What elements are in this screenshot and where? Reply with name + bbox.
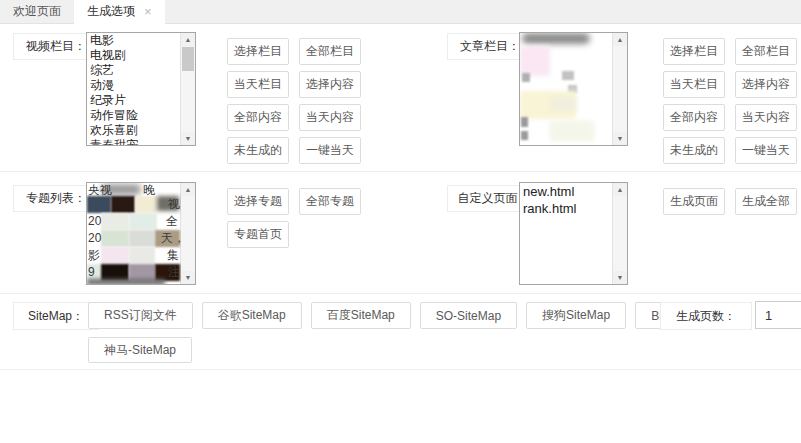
action-button[interactable]: 选择专题 [227, 188, 289, 215]
redaction-blob [87, 279, 165, 284]
list-option[interactable]: 欢乐喜剧 [87, 123, 181, 138]
redaction-blob [521, 117, 528, 127]
action-button[interactable]: 全部内容 [227, 104, 289, 131]
action-button[interactable]: 全部专题 [299, 188, 361, 215]
close-icon[interactable]: × [144, 5, 152, 18]
scroll-down-icon[interactable]: ▼ [181, 271, 195, 284]
redacted-text-fragment: 20 [88, 231, 101, 245]
redaction-blob [101, 230, 129, 247]
redacted-text-fragment: 全 [166, 214, 178, 228]
redaction-blob [522, 33, 590, 44]
action-button[interactable]: 当天栏目 [663, 71, 725, 98]
action-button[interactable]: 当天栏目 [227, 71, 289, 98]
video-category-options: 电影电视剧综艺动漫纪录片动作冒险欢乐喜剧青春甜宠 [87, 33, 181, 145]
tab-welcome[interactable]: 欢迎页面 [0, 0, 74, 23]
scrollbar-track[interactable] [613, 196, 627, 271]
scrollbar[interactable]: ▲ ▼ [180, 183, 195, 284]
redacted-content [520, 33, 613, 145]
sitemap-button[interactable]: 谷歌SiteMap [202, 302, 302, 329]
scroll-up-icon[interactable]: ▲ [613, 183, 627, 196]
sitemap-label: SiteMap： [13, 302, 99, 330]
action-button[interactable]: 选择内容 [299, 71, 361, 98]
action-button[interactable]: 一键当天 [299, 137, 361, 164]
redaction-blob [101, 247, 129, 264]
action-button[interactable]: 全部栏目 [735, 38, 797, 65]
list-option[interactable]: 动作冒险 [87, 108, 181, 123]
list-option[interactable]: 纪录片 [87, 93, 181, 108]
redaction-blob [129, 213, 157, 230]
action-button[interactable]: 选择内容 [735, 71, 797, 98]
list-option[interactable]: 青春甜宠 [87, 138, 181, 145]
article-button-grid: 选择栏目全部栏目当天栏目选择内容全部内容当天内容未生成的一键当天 [663, 38, 797, 164]
redacted-text-fragment: 天， [161, 231, 181, 245]
redaction-blob [87, 196, 111, 213]
list-option[interactable]: 动漫 [87, 78, 181, 93]
scroll-up-icon[interactable]: ▲ [613, 33, 627, 46]
action-button[interactable]: 生成全部 [735, 188, 797, 215]
scrollbar-track[interactable] [613, 46, 627, 132]
section-divider [0, 171, 801, 172]
action-button[interactable]: 当天内容 [735, 104, 797, 131]
scrollbar[interactable]: ▲ ▼ [180, 33, 195, 145]
redacted-text-fragment: 视 [168, 197, 180, 211]
scroll-down-icon[interactable]: ▼ [613, 132, 627, 145]
tab-generate-options[interactable]: 生成选项 × [74, 0, 165, 24]
redaction-blob [135, 196, 157, 213]
sitemap-button-row: RSS订阅文件谷歌SiteMap百度SiteMapSO-SiteMap搜狗Sit… [88, 302, 739, 329]
sitemap-button[interactable]: 搜狗SiteMap [526, 302, 626, 329]
action-button[interactable]: 全部栏目 [299, 38, 361, 65]
redacted-text-fragment: 晚 [143, 183, 155, 197]
custom-pages-options: new.htmlrank.html [520, 183, 613, 284]
list-option[interactable]: new.html [520, 183, 613, 200]
tab-bar: 欢迎页面 生成选项 × [0, 0, 801, 24]
redacted-text-fragment: 央视 [88, 183, 112, 197]
list-option[interactable]: 电影 [87, 33, 181, 48]
article-category-listbox[interactable]: ▲ ▼ [519, 32, 628, 146]
action-button[interactable]: 全部内容 [663, 104, 725, 131]
scrollbar[interactable]: ▲ ▼ [612, 183, 627, 284]
action-button[interactable]: 选择栏目 [663, 38, 725, 65]
scrollbar-track[interactable] [181, 196, 195, 271]
topic-button-grid: 选择专题全部专题专题首页 [227, 188, 361, 248]
redaction-blob [520, 46, 550, 76]
action-button[interactable]: 选择栏目 [227, 38, 289, 65]
custom-pages-listbox[interactable]: new.htmlrank.html ▲ ▼ [519, 182, 628, 285]
redaction-blob [522, 73, 530, 82]
scrollbar[interactable]: ▲ ▼ [612, 33, 627, 145]
list-option[interactable]: 综艺 [87, 63, 181, 78]
redaction-blob [550, 121, 594, 141]
section-divider [0, 369, 801, 370]
action-button[interactable]: 未生成的 [227, 137, 289, 164]
redacted-text-fragment: 影 [88, 248, 100, 262]
section-divider [0, 293, 801, 294]
scroll-up-icon[interactable]: ▲ [181, 33, 195, 46]
action-button[interactable]: 专题首页 [227, 221, 289, 248]
redaction-blob [521, 131, 528, 140]
scroll-up-icon[interactable]: ▲ [181, 183, 195, 196]
redacted-text-fragment: 9 [88, 265, 95, 279]
sitemap-button[interactable]: SO-SiteMap [420, 302, 517, 329]
scrollbar-track[interactable] [181, 46, 195, 132]
scroll-down-icon[interactable]: ▼ [181, 132, 195, 145]
sitemap-button[interactable]: RSS订阅文件 [88, 302, 193, 329]
pages-count-input[interactable] [755, 301, 801, 329]
action-button[interactable]: 当天内容 [299, 104, 361, 131]
topic-listbox[interactable]: 央视晚视20全20天，影集9注 ▲ ▼ [86, 182, 196, 285]
action-button[interactable]: 一键当天 [735, 137, 797, 164]
pages-count-label: 生成页数： [660, 302, 752, 330]
sitemap-button[interactable]: 神马-SiteMap [88, 337, 192, 363]
redaction-blob [129, 247, 155, 264]
custom-pages-button-grid: 生成页面生成全部 [663, 188, 797, 215]
scroll-down-icon[interactable]: ▼ [613, 271, 627, 284]
action-button[interactable]: 未生成的 [663, 137, 725, 164]
redaction-blob [562, 71, 574, 80]
list-option[interactable]: 电视剧 [87, 48, 181, 63]
sitemap-button[interactable]: 百度SiteMap [311, 302, 411, 329]
scrollbar-thumb[interactable] [182, 47, 194, 71]
redacted-text-fragment: 注 [168, 265, 180, 279]
action-button[interactable]: 生成页面 [663, 188, 725, 215]
redaction-blob [129, 230, 155, 247]
list-option[interactable]: rank.html [520, 200, 613, 217]
redaction-blob [550, 97, 576, 111]
video-category-listbox[interactable]: 电影电视剧综艺动漫纪录片动作冒险欢乐喜剧青春甜宠 ▲ ▼ [86, 32, 196, 146]
